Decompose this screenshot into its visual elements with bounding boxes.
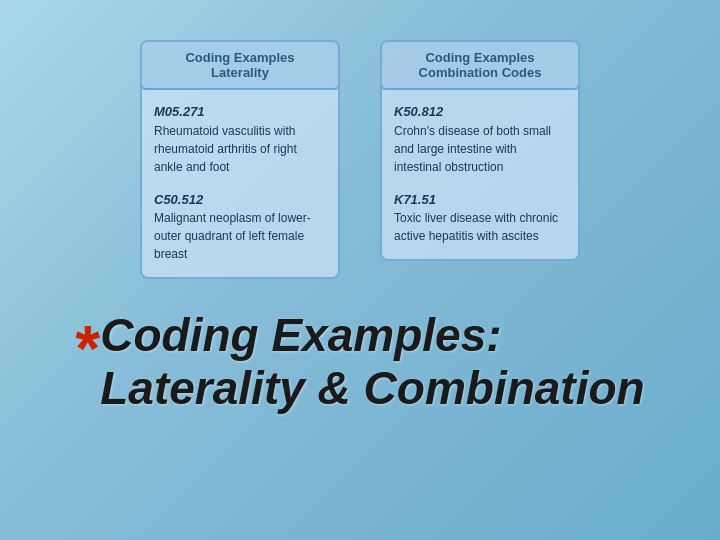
combination-card-header: Coding ExamplesCombination Codes: [380, 40, 580, 90]
laterality-card-body: M05.271 Rheumatoid vasculitis with rheum…: [142, 90, 338, 277]
code-block-k50: K50.812 Crohn's disease of both small an…: [394, 102, 566, 176]
code-desc-k50: Crohn's disease of both small and large …: [394, 122, 566, 176]
big-title-text: Coding Examples: Laterality & Combinatio…: [100, 309, 644, 415]
combination-card: Coding ExamplesCombination Codes K50.812…: [380, 40, 580, 261]
code-block-k71: K71.51 Toxic liver disease with chronic …: [394, 190, 566, 246]
code-block-m05: M05.271 Rheumatoid vasculitis with rheum…: [154, 102, 326, 176]
top-section: Coding ExamplesLaterality M05.271 Rheuma…: [0, 0, 720, 299]
code-id-c50: C50.512: [154, 190, 326, 210]
big-title-line1: Coding Examples:: [100, 309, 644, 362]
code-desc-k71: Toxic liver disease with chronic active …: [394, 209, 566, 245]
big-title-wrapper: * Coding Examples: Laterality & Combinat…: [75, 309, 644, 415]
laterality-card-header: Coding ExamplesLaterality: [140, 40, 340, 90]
laterality-card: Coding ExamplesLaterality M05.271 Rheuma…: [140, 40, 340, 279]
big-title-line2: Laterality & Combination: [100, 362, 644, 415]
code-id-m05: M05.271: [154, 102, 326, 122]
bottom-section: * Coding Examples: Laterality & Combinat…: [0, 299, 720, 415]
code-id-k71: K71.51: [394, 190, 566, 210]
code-desc-m05: Rheumatoid vasculitis with rheumatoid ar…: [154, 122, 326, 176]
combination-card-body: K50.812 Crohn's disease of both small an…: [382, 90, 578, 259]
code-desc-c50: Malignant neoplasm of lower-outer quadra…: [154, 209, 326, 263]
code-block-c50: C50.512 Malignant neoplasm of lower-oute…: [154, 190, 326, 264]
code-id-k50: K50.812: [394, 102, 566, 122]
asterisk-symbol: *: [75, 317, 100, 381]
